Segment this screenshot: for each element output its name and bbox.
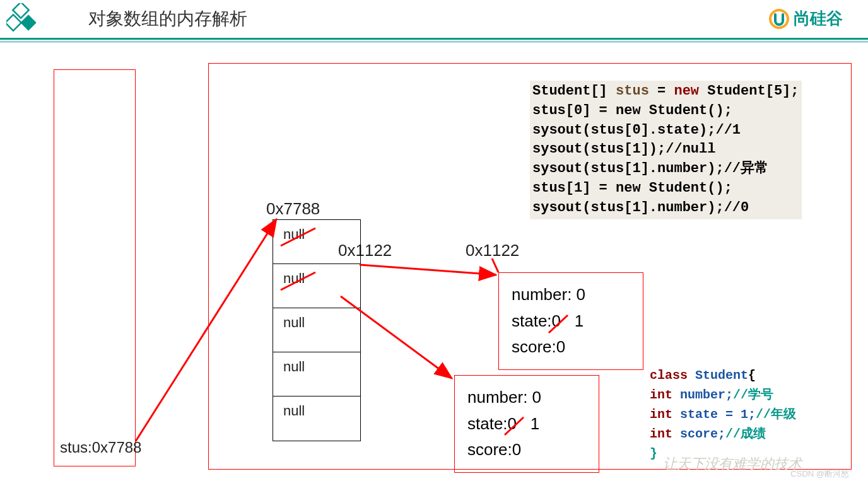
- slogan-watermark: 让天下没有难学的技术: [663, 454, 802, 473]
- obj2-score: score:0: [467, 437, 586, 463]
- array-cell-4: null: [273, 396, 360, 441]
- stack-variable-label: stus:0x7788: [60, 439, 141, 456]
- divider-thick: [0, 38, 868, 40]
- diamonds-logo-icon: [6, 3, 42, 38]
- array-cell-2: null: [273, 308, 360, 352]
- object-address-b-label: 0x1122: [466, 241, 519, 260]
- obj1-score: score:0: [512, 334, 630, 361]
- csdn-watermark: CSDN @断河愁: [790, 468, 849, 480]
- student-object-2: number: 0 state:0 1 score:0: [454, 375, 599, 473]
- array-table: null null null null null: [273, 219, 361, 441]
- divider-thin: [0, 42, 868, 42]
- page-title: 对象数组的内存解析: [88, 7, 247, 31]
- obj1-number: number: 0: [512, 282, 630, 308]
- code-block-class: class Student{ int number;//学号 int state…: [650, 366, 796, 463]
- brand: 尚硅谷: [768, 8, 843, 30]
- student-object-1: number: 0 state:0 1 score:0: [498, 272, 643, 370]
- obj2-number: number: 0: [467, 385, 586, 411]
- code-block-main: Student[] stus = new Student[5]; stus[0]…: [530, 81, 802, 219]
- header: 对象数组的内存解析 尚硅谷: [0, 0, 868, 38]
- brand-icon: [768, 8, 790, 30]
- obj1-state: state:0 1: [512, 308, 630, 335]
- array-cell-0: null: [273, 220, 360, 264]
- array-cell-1: null: [273, 264, 360, 308]
- array-address-label: 0x7788: [266, 199, 320, 219]
- brand-text: 尚硅谷: [794, 8, 843, 30]
- obj2-state: state:0 1: [467, 411, 586, 437]
- array-cell-3: null: [273, 352, 360, 396]
- stack-memory-box: [54, 69, 136, 466]
